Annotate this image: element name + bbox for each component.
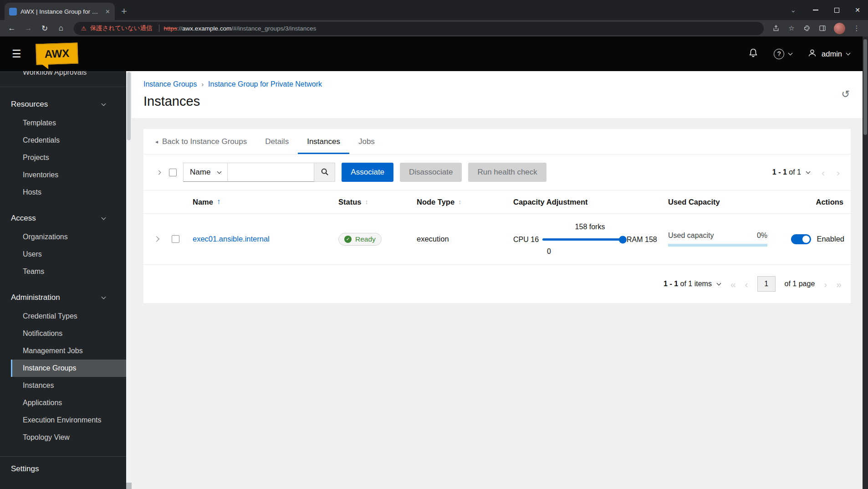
browser-tab[interactable]: AWX | Instance Group for Private ✕ — [5, 3, 115, 20]
column-header-name[interactable]: Name ↑ — [185, 197, 331, 206]
search-input[interactable] — [228, 163, 314, 182]
page-scrollbar-thumb[interactable] — [863, 39, 867, 135]
tab-instances[interactable]: Instances — [298, 129, 349, 154]
sidebar-scrollbar-button[interactable] — [126, 483, 132, 489]
window-close-button[interactable]: ✕ — [847, 0, 868, 20]
capacity-slider[interactable] — [542, 238, 623, 241]
url-path: /#/instance_groups/3/instances — [231, 25, 316, 32]
sort-icon[interactable]: ↕ — [365, 198, 368, 206]
sidebar-item-organizations[interactable]: Organizations — [11, 228, 126, 246]
select-all-checkbox[interactable] — [169, 169, 177, 176]
extensions-puzzle-icon[interactable] — [800, 25, 814, 32]
user-menu[interactable]: admin — [807, 48, 850, 60]
help-menu[interactable]: ? — [774, 49, 792, 59]
nav-group-access: Access Organizations Users Teams — [0, 208, 126, 280]
sidebar-item-topology-view[interactable]: Topology View — [11, 429, 126, 446]
sidebar-item-management-jobs[interactable]: Management Jobs — [11, 342, 126, 360]
sidebar-item-instances[interactable]: Instances — [11, 377, 126, 394]
expand-all-button[interactable] — [154, 171, 163, 174]
sidebar-item-execution-environments[interactable]: Execution Environments — [11, 412, 126, 429]
profile-avatar[interactable] — [834, 23, 845, 34]
previous-page-button[interactable]: ‹ — [745, 279, 748, 289]
browser-menu-kebab-icon[interactable]: ⋮ — [850, 24, 863, 32]
filter-key-select[interactable]: Name — [183, 163, 228, 182]
browser-reload-button[interactable]: ↻ — [37, 24, 52, 33]
next-page-button[interactable]: › — [837, 168, 840, 177]
bookmark-star-icon[interactable]: ☆ — [785, 24, 798, 32]
side-panel-icon[interactable] — [816, 25, 829, 32]
sort-ascending-icon[interactable]: ↑ — [217, 197, 221, 206]
chevron-down-icon — [102, 101, 106, 106]
new-tab-button[interactable]: + — [121, 6, 127, 16]
enabled-toggle[interactable] — [791, 234, 811, 244]
address-bar[interactable]: ⚠ 保護されていない通信 https :// awx.example.com /… — [74, 22, 764, 35]
associate-button[interactable]: Associate — [342, 163, 393, 182]
tab-jobs[interactable]: Jobs — [349, 129, 384, 154]
sidebar-item-credential-types[interactable]: Credential Types — [11, 308, 126, 325]
browser-tab-strip: AWX | Instance Group for Private ✕ + ⌄ ✕ — [0, 0, 868, 20]
tab-search-chevron-icon[interactable]: ⌄ — [790, 6, 796, 14]
pagination-summary-dropdown[interactable]: 1 - 1 of 1 — [772, 168, 810, 176]
column-header-status[interactable]: Status ↕ — [331, 198, 409, 206]
next-page-button-footer[interactable]: › — [824, 279, 827, 289]
sidebar-item-templates[interactable]: Templates — [11, 114, 126, 132]
disassociate-button[interactable]: Disassociate — [400, 163, 462, 182]
items-summary-dropdown[interactable]: 1 - 1 of 1 items — [664, 280, 720, 288]
history-icon[interactable]: ↺ — [842, 89, 850, 99]
browser-forward-button[interactable]: → — [21, 24, 36, 33]
instances-card: ◂ Back to Instance Groups Details Instan… — [143, 129, 851, 303]
sidebar-item-applications[interactable]: Applications — [11, 394, 126, 412]
toolbar-pagination: 1 - 1 of 1 ‹ › — [772, 168, 840, 177]
chevron-down-icon — [102, 215, 106, 220]
sidebar-item-users[interactable]: Users — [11, 246, 126, 263]
search-button[interactable] — [314, 163, 335, 182]
sidebar-item-instance-groups[interactable]: Instance Groups — [11, 360, 126, 377]
sidebar-item-projects[interactable]: Projects — [11, 149, 126, 166]
run-health-check-button[interactable]: Run health check — [468, 163, 546, 182]
sort-icon[interactable]: ↕ — [458, 198, 461, 206]
url-host: awx.example.com — [182, 25, 231, 32]
sidebar-item-notifications[interactable]: Notifications — [11, 325, 126, 342]
last-page-button[interactable]: » — [836, 279, 842, 289]
nav-group-header-administration[interactable]: Administration — [0, 288, 126, 308]
current-page-input[interactable]: 1 — [757, 276, 776, 292]
slider-min-label: 0 — [547, 247, 661, 256]
browser-toolbar: ← → ↻ ⌂ ⚠ 保護されていない通信 https :// awx.examp… — [0, 20, 868, 36]
sidebar-item-settings[interactable]: Settings — [0, 456, 126, 481]
browser-back-button[interactable]: ← — [5, 24, 19, 33]
first-page-button[interactable]: « — [730, 279, 736, 289]
sidebar-item-credentials[interactable]: Credentials — [11, 132, 126, 149]
row-expand-button[interactable] — [143, 237, 165, 241]
nav-toggle-hamburger-icon[interactable]: ☰ — [12, 48, 21, 60]
sidebar-item-teams[interactable]: Teams — [11, 263, 126, 280]
sidebar-item-workflow-approvals[interactable]: Workflow Approvals — [11, 71, 126, 81]
notifications-bell-icon[interactable] — [748, 48, 758, 60]
tab-details[interactable]: Details — [256, 129, 298, 154]
nav-group-header-resources[interactable]: Resources — [0, 94, 126, 114]
breadcrumb-instance-group-name[interactable]: Instance Group for Private Network — [208, 80, 322, 88]
chevron-down-icon — [806, 169, 811, 174]
share-icon[interactable] — [769, 25, 783, 32]
tab-close-icon[interactable]: ✕ — [105, 8, 110, 15]
status-badge: ✓ Ready — [338, 233, 382, 246]
sidebar-item-inventories[interactable]: Inventories — [11, 166, 126, 184]
capacity-slider-thumb[interactable] — [619, 236, 627, 243]
sidebar-scrollbar[interactable] — [126, 71, 132, 489]
window-maximize-button[interactable] — [826, 0, 847, 20]
nav-group-header-access[interactable]: Access — [0, 208, 126, 228]
back-to-instance-groups-link[interactable]: ◂ Back to Instance Groups — [143, 129, 256, 154]
check-circle-icon: ✓ — [344, 236, 352, 243]
sidebar-scrollbar-thumb[interactable] — [127, 72, 131, 140]
used-capacity-percent: 0% — [757, 232, 767, 240]
insecure-warning-icon[interactable]: ⚠ — [81, 25, 87, 32]
row-checkbox[interactable] — [172, 235, 179, 243]
prev-page-button[interactable]: ‹ — [822, 168, 825, 177]
breadcrumb-instance-groups[interactable]: Instance Groups — [143, 80, 197, 88]
column-header-node-type[interactable]: Node Type ↕ — [409, 198, 506, 206]
instance-name-link[interactable]: exec01.ansible.internal — [193, 235, 270, 243]
sidebar-item-hosts[interactable]: Hosts — [11, 184, 126, 201]
browser-home-button[interactable]: ⌂ — [54, 24, 68, 33]
toggle-knob — [802, 236, 810, 243]
window-minimize-button[interactable] — [805, 0, 826, 20]
page-scrollbar[interactable] — [863, 36, 868, 489]
